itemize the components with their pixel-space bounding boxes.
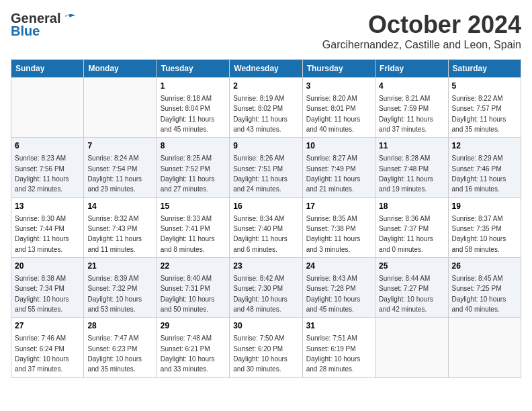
day-number: 31 <box>306 320 371 332</box>
calendar-cell: 5Sunrise: 8:22 AMSunset: 7:57 PMDaylight… <box>448 78 521 138</box>
day-info: Sunrise: 8:33 AMSunset: 7:41 PMDaylight:… <box>161 215 215 253</box>
day-info: Sunrise: 8:40 AMSunset: 7:31 PMDaylight:… <box>161 275 215 313</box>
day-info: Sunrise: 8:23 AMSunset: 7:56 PMDaylight:… <box>15 154 69 193</box>
calendar-cell: 31Sunrise: 7:51 AMSunset: 6:19 PMDayligh… <box>302 318 375 377</box>
day-info: Sunrise: 8:35 AMSunset: 7:38 PMDaylight:… <box>306 215 361 253</box>
calendar-table: SundayMondayTuesdayWednesdayThursdayFrid… <box>11 59 521 378</box>
calendar-header-row: SundayMondayTuesdayWednesdayThursdayFrid… <box>11 60 521 78</box>
weekday-header-saturday: Saturday <box>448 60 521 78</box>
calendar-week-row: 1Sunrise: 8:18 AMSunset: 8:04 PMDaylight… <box>11 78 521 138</box>
day-info: Sunrise: 8:32 AMSunset: 7:43 PMDaylight:… <box>87 215 142 253</box>
calendar-cell: 21Sunrise: 8:39 AMSunset: 7:32 PMDayligh… <box>84 258 157 318</box>
day-number: 20 <box>15 261 80 272</box>
day-info: Sunrise: 8:19 AMSunset: 8:02 PMDaylight:… <box>233 95 287 133</box>
calendar-cell: 26Sunrise: 8:45 AMSunset: 7:25 PMDayligh… <box>448 258 521 318</box>
logo-blue: Blue <box>11 24 40 39</box>
day-info: Sunrise: 8:37 AMSunset: 7:35 PMDaylight:… <box>452 215 506 253</box>
day-info: Sunrise: 7:51 AMSunset: 6:19 PMDaylight:… <box>306 334 361 373</box>
day-info: Sunrise: 8:24 AMSunset: 7:54 PMDaylight:… <box>87 154 142 193</box>
day-number: 29 <box>161 320 226 332</box>
calendar-cell: 3Sunrise: 8:20 AMSunset: 8:01 PMDaylight… <box>302 78 375 138</box>
logo: General Blue <box>11 11 75 39</box>
day-number: 28 <box>87 320 152 332</box>
day-info: Sunrise: 8:45 AMSunset: 7:25 PMDaylight:… <box>452 275 506 313</box>
calendar-week-row: 6Sunrise: 8:23 AMSunset: 7:56 PMDaylight… <box>11 138 521 197</box>
day-number: 9 <box>233 140 298 152</box>
day-info: Sunrise: 8:18 AMSunset: 8:04 PMDaylight:… <box>161 95 215 133</box>
day-info: Sunrise: 8:25 AMSunset: 7:52 PMDaylight:… <box>161 154 215 193</box>
calendar-cell <box>11 78 84 138</box>
calendar-cell: 12Sunrise: 8:29 AMSunset: 7:46 PMDayligh… <box>448 138 521 197</box>
day-info: Sunrise: 7:47 AMSunset: 6:23 PMDaylight:… <box>87 334 142 373</box>
day-info: Sunrise: 8:22 AMSunset: 7:57 PMDaylight:… <box>452 95 506 133</box>
calendar-cell <box>375 318 448 377</box>
day-info: Sunrise: 8:43 AMSunset: 7:28 PMDaylight:… <box>306 275 361 313</box>
calendar-cell: 18Sunrise: 8:36 AMSunset: 7:37 PMDayligh… <box>375 197 448 257</box>
calendar-cell: 11Sunrise: 8:28 AMSunset: 7:48 PMDayligh… <box>375 138 448 197</box>
day-number: 5 <box>452 81 517 92</box>
calendar-cell: 28Sunrise: 7:47 AMSunset: 6:23 PMDayligh… <box>84 318 157 377</box>
day-info: Sunrise: 7:48 AMSunset: 6:21 PMDaylight:… <box>161 334 215 373</box>
calendar-cell: 20Sunrise: 8:38 AMSunset: 7:34 PMDayligh… <box>11 258 84 318</box>
day-number: 12 <box>452 140 517 152</box>
logo-bird-icon <box>62 13 75 24</box>
day-number: 3 <box>306 81 371 92</box>
day-info: Sunrise: 8:34 AMSunset: 7:40 PMDaylight:… <box>233 215 287 253</box>
calendar-cell: 7Sunrise: 8:24 AMSunset: 7:54 PMDaylight… <box>84 138 157 197</box>
calendar-cell: 16Sunrise: 8:34 AMSunset: 7:40 PMDayligh… <box>230 197 302 257</box>
calendar-cell: 25Sunrise: 8:44 AMSunset: 7:27 PMDayligh… <box>375 258 448 318</box>
day-number: 1 <box>161 81 226 92</box>
calendar-week-row: 20Sunrise: 8:38 AMSunset: 7:34 PMDayligh… <box>11 258 521 318</box>
day-number: 22 <box>161 261 226 272</box>
calendar-week-row: 27Sunrise: 7:46 AMSunset: 6:24 PMDayligh… <box>11 318 521 377</box>
day-info: Sunrise: 8:21 AMSunset: 7:59 PMDaylight:… <box>379 95 433 133</box>
day-info: Sunrise: 8:36 AMSunset: 7:37 PMDaylight:… <box>379 215 433 253</box>
calendar-cell: 22Sunrise: 8:40 AMSunset: 7:31 PMDayligh… <box>157 258 229 318</box>
day-number: 10 <box>306 140 371 152</box>
day-number: 11 <box>379 140 444 152</box>
calendar-cell: 27Sunrise: 7:46 AMSunset: 6:24 PMDayligh… <box>11 318 84 377</box>
calendar-cell: 6Sunrise: 8:23 AMSunset: 7:56 PMDaylight… <box>11 138 84 197</box>
day-info: Sunrise: 7:46 AMSunset: 6:24 PMDaylight:… <box>15 334 69 373</box>
weekday-header-tuesday: Tuesday <box>157 60 229 78</box>
day-number: 13 <box>15 201 80 212</box>
weekday-header-sunday: Sunday <box>11 60 84 78</box>
day-info: Sunrise: 8:44 AMSunset: 7:27 PMDaylight:… <box>379 275 433 313</box>
day-info: Sunrise: 8:20 AMSunset: 8:01 PMDaylight:… <box>306 95 361 133</box>
calendar-cell: 30Sunrise: 7:50 AMSunset: 6:20 PMDayligh… <box>230 318 302 377</box>
calendar-cell: 19Sunrise: 8:37 AMSunset: 7:35 PMDayligh… <box>448 197 521 257</box>
day-number: 18 <box>379 201 444 212</box>
day-number: 15 <box>161 201 226 212</box>
day-number: 14 <box>87 201 152 212</box>
day-number: 4 <box>379 81 444 92</box>
day-info: Sunrise: 7:50 AMSunset: 6:20 PMDaylight:… <box>233 334 287 373</box>
day-number: 16 <box>233 201 298 212</box>
day-info: Sunrise: 8:38 AMSunset: 7:34 PMDaylight:… <box>15 275 69 313</box>
weekday-header-friday: Friday <box>375 60 448 78</box>
day-info: Sunrise: 8:39 AMSunset: 7:32 PMDaylight:… <box>87 275 142 313</box>
title-section: October 2024 Garcihernandez, Castille an… <box>322 11 521 51</box>
calendar-cell: 2Sunrise: 8:19 AMSunset: 8:02 PMDaylight… <box>230 78 302 138</box>
month-title: October 2024 <box>322 11 521 39</box>
day-info: Sunrise: 8:27 AMSunset: 7:49 PMDaylight:… <box>306 154 361 193</box>
day-number: 19 <box>452 201 517 212</box>
location-title: Garcihernandez, Castille and Leon, Spain <box>322 39 521 51</box>
day-number: 25 <box>379 261 444 272</box>
day-number: 8 <box>161 140 226 152</box>
day-number: 27 <box>15 320 80 332</box>
calendar-cell: 23Sunrise: 8:42 AMSunset: 7:30 PMDayligh… <box>230 258 302 318</box>
day-number: 30 <box>233 320 298 332</box>
day-number: 24 <box>306 261 371 272</box>
day-info: Sunrise: 8:29 AMSunset: 7:46 PMDaylight:… <box>452 154 506 193</box>
day-number: 7 <box>87 140 152 152</box>
calendar-cell <box>84 78 157 138</box>
calendar-cell: 17Sunrise: 8:35 AMSunset: 7:38 PMDayligh… <box>302 197 375 257</box>
day-number: 6 <box>15 140 80 152</box>
calendar-cell: 29Sunrise: 7:48 AMSunset: 6:21 PMDayligh… <box>157 318 229 377</box>
day-info: Sunrise: 8:26 AMSunset: 7:51 PMDaylight:… <box>233 154 287 193</box>
calendar-cell <box>448 318 521 377</box>
day-info: Sunrise: 8:42 AMSunset: 7:30 PMDaylight:… <box>233 275 287 313</box>
calendar-cell: 4Sunrise: 8:21 AMSunset: 7:59 PMDaylight… <box>375 78 448 138</box>
calendar-cell: 9Sunrise: 8:26 AMSunset: 7:51 PMDaylight… <box>230 138 302 197</box>
calendar-week-row: 13Sunrise: 8:30 AMSunset: 7:44 PMDayligh… <box>11 197 521 257</box>
